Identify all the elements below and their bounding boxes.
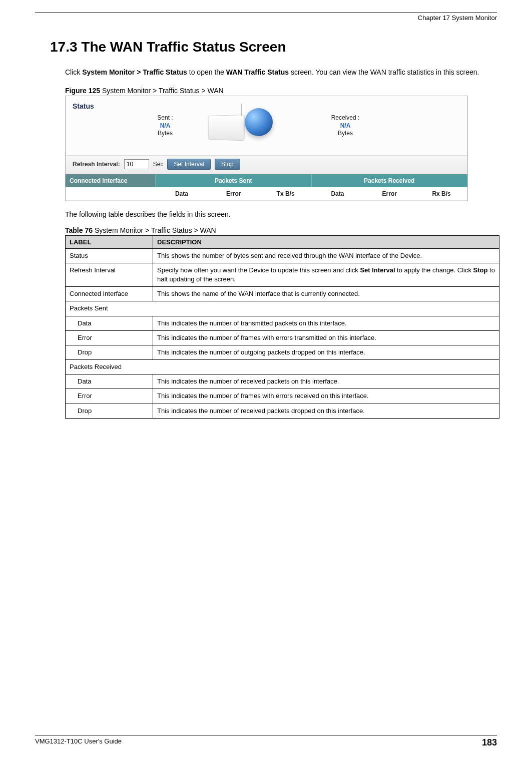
status-label: Status [73, 101, 143, 110]
sub-empty [66, 187, 156, 200]
row-label: Data [66, 374, 153, 389]
row-label: Refresh Interval [66, 263, 153, 286]
row-label: Error [66, 389, 153, 404]
row-desc: This indicates the number of received pa… [153, 404, 499, 418]
figure-rest: System Monitor > Traffic Status > WAN [100, 87, 224, 95]
figure-caption: Figure 125 System Monitor > Traffic Stat… [65, 87, 492, 95]
row-desc: This shows the number of bytes sent and … [153, 248, 499, 263]
top-rule [35, 13, 497, 13]
row-label: Data [66, 316, 153, 330]
row-desc: This indicates the number of frames with… [153, 330, 499, 345]
recv-rxbs-col: Rx B/s [415, 187, 467, 200]
packets-header-row: Connected Interface Packets Sent Packets… [66, 174, 467, 187]
intro-path: System Monitor > Traffic Status [82, 68, 187, 76]
recv-error-col: Error [363, 187, 415, 200]
screenshot-figure: Status Sent : N/A Bytes Received : N/A B… [65, 96, 468, 201]
refresh-unit: Sec [153, 161, 164, 168]
stop-button[interactable]: Stop [215, 159, 240, 170]
page-number: 183 [482, 737, 497, 748]
received-title: Received : [323, 114, 368, 122]
connected-interface-header: Connected Interface [66, 174, 156, 187]
description-table: LABEL DESCRIPTION Status This shows the … [65, 235, 499, 419]
table-caption: Table 76 System Monitor > Traffic Status… [65, 226, 492, 234]
footer-row: VMG1312-T10C User's Guide 183 [35, 737, 497, 748]
globe-icon [245, 108, 273, 136]
row-label: Error [66, 330, 153, 345]
table-row: Drop This indicates the number of outgoi… [66, 345, 499, 359]
sent-data-col: Data [156, 187, 208, 200]
refresh-input[interactable] [124, 159, 149, 169]
set-interval-button[interactable]: Set Interval [167, 159, 211, 170]
chapter-header: Chapter 17 System Monitor [35, 14, 497, 22]
sent-unit: Bytes [143, 130, 188, 138]
row-desc: This indicates the number of received pa… [153, 374, 499, 389]
table-row: Drop This indicates the number of receiv… [66, 404, 499, 418]
refresh-desc-mid: to apply the change. Click [395, 266, 473, 274]
router-icon [208, 114, 245, 140]
row-label: Status [66, 248, 153, 263]
footer-guide: VMG1312-T10C User's Guide [35, 737, 122, 748]
table-row: Connected Interface This shows the name … [66, 287, 499, 301]
row-label: Drop [66, 345, 153, 359]
received-value: N/A [323, 122, 368, 130]
intro-pre: Click [65, 68, 82, 76]
sent-column: Sent : N/A Bytes [143, 114, 188, 138]
row-label: Connected Interface [66, 287, 153, 301]
row-desc: This shows the name of the WAN interface… [153, 287, 499, 301]
table-caption-rest: System Monitor > Traffic Status > WAN [93, 226, 216, 234]
table-row: Status This shows the number of bytes se… [66, 248, 499, 263]
row-section: Packets Sent [66, 301, 499, 316]
row-desc: Specify how often you want the Device to… [153, 263, 499, 286]
sent-title: Sent : [143, 114, 188, 122]
figure-label: Figure 125 [65, 87, 100, 95]
table-row: Error This indicates the number of frame… [66, 330, 499, 345]
device-graphic [203, 101, 278, 151]
received-column: Received : N/A Bytes [323, 114, 368, 138]
table-row: Packets Sent [66, 301, 499, 316]
row-label: Drop [66, 404, 153, 418]
table-row: Packets Received [66, 360, 499, 374]
row-desc: This indicates the number of frames with… [153, 389, 499, 404]
table-header-row: LABEL DESCRIPTION [66, 235, 499, 248]
intro-paragraph: Click System Monitor > Traffic Status to… [65, 68, 492, 78]
table-row: Data This indicates the number of transm… [66, 316, 499, 330]
recv-data-col: Data [311, 187, 363, 200]
row-section: Packets Received [66, 360, 499, 374]
status-row: Status Sent : N/A Bytes Received : N/A B… [66, 96, 467, 155]
sent-value: N/A [143, 122, 188, 130]
table-row: Refresh Interval Specify how often you w… [66, 263, 499, 286]
intro-post: screen. You can view the WAN traffic sta… [289, 68, 479, 76]
th-description: DESCRIPTION [153, 235, 499, 248]
page-footer: VMG1312-T10C User's Guide 183 [35, 735, 497, 748]
footer-rule [35, 735, 497, 735]
row-desc: This indicates the number of outgoing pa… [153, 345, 499, 359]
row-desc: This indicates the number of transmitted… [153, 316, 499, 330]
packets-sent-header: Packets Sent [156, 174, 312, 187]
table-row: Error This indicates the number of frame… [66, 389, 499, 404]
table-row: Data This indicates the number of receiv… [66, 374, 499, 389]
packets-subheader-row: Data Error Tx B/s Data Error Rx B/s [66, 187, 467, 201]
refresh-desc-pre: Specify how often you want the Device to… [157, 266, 360, 274]
sent-error-col: Error [208, 187, 260, 200]
refresh-desc-b2: Stop [473, 266, 488, 274]
refresh-row: Refresh Interval: Sec Set Interval Stop [66, 155, 467, 174]
th-label: LABEL [66, 235, 153, 248]
intro-name: WAN Traffic Status [226, 68, 289, 76]
refresh-label: Refresh Interval: [73, 161, 120, 168]
refresh-desc-b1: Set Interval [360, 266, 395, 274]
between-text: The following table describes the fields… [65, 210, 492, 218]
packets-received-header: Packets Received [312, 174, 468, 187]
intro-mid: to open the [187, 68, 226, 76]
traffic-display: Sent : N/A Bytes Received : N/A Bytes [143, 101, 462, 151]
received-unit: Bytes [323, 130, 368, 138]
table-caption-bold: Table 76 [65, 226, 93, 234]
section-heading: 17.3 The WAN Traffic Status Screen [50, 39, 497, 55]
sent-txbs-col: Tx B/s [260, 187, 312, 200]
